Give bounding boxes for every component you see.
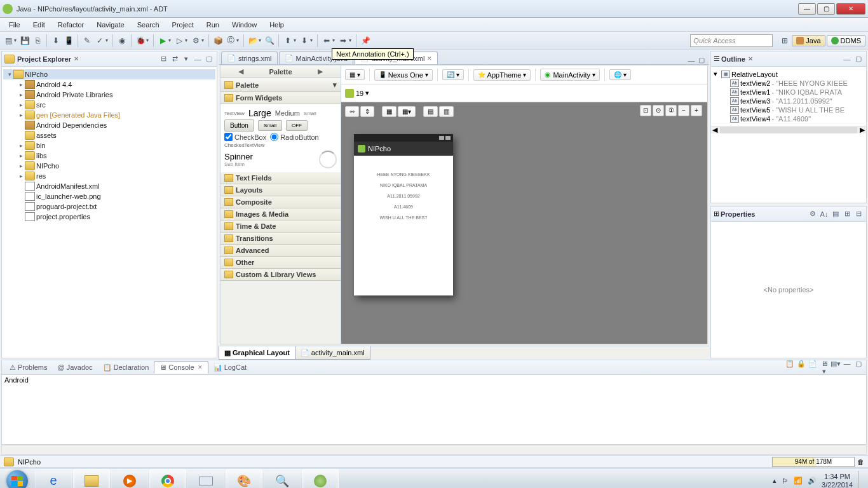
pin-icon[interactable]: 📌 [360, 35, 371, 46]
menu-navigate[interactable]: Navigate [90, 19, 130, 30]
tray-flag-icon[interactable]: 🏳 [782, 477, 789, 485]
tree-item[interactable]: ▸NIPcho [3, 161, 215, 171]
props-sort-icon[interactable]: A↓ [819, 209, 829, 219]
tree-item[interactable]: ic_launcher-web.png [3, 191, 215, 201]
theme-chooser[interactable]: ⭐ AppTheme ▾ [473, 69, 531, 81]
debug-icon[interactable]: 🐞 [135, 35, 146, 46]
outline-item[interactable]: AbtextView1 - "NIKO IQBAL PRATA [714, 88, 864, 97]
taskbar-eclipse[interactable] [302, 469, 339, 489]
bottom-toolbar-icon[interactable]: ▤▾ [831, 360, 841, 376]
clip-icon[interactable]: ▦▾ [398, 106, 416, 117]
zoom-fit-icon[interactable]: ⊡ [640, 105, 651, 116]
phone-preview[interactable]: NIPcho HEEE NYONG KIEEEEKKNIKO IQBAL PRA… [354, 134, 453, 295]
menu-edit[interactable]: Edit [27, 19, 51, 30]
new-project-icon[interactable]: ◉ [116, 35, 128, 46]
editor-ctrl-icon[interactable]: — [686, 57, 696, 64]
start-button[interactable] [0, 468, 34, 489]
palette-section[interactable]: Custom & Library Views [220, 269, 341, 281]
bottom-toolbar-icon[interactable]: 📋 [785, 360, 795, 376]
palette-section[interactable]: Composite [220, 196, 341, 208]
bottom-tab-declaration[interactable]: 📋Declaration [98, 362, 154, 374]
taskbar-ie[interactable]: e [35, 469, 72, 489]
locale-chooser[interactable]: 🌐 ▾ [609, 69, 631, 80]
tree-item[interactable]: ▸Android 4.4 [3, 79, 215, 90]
config-chooser[interactable]: ▦ ▾ [345, 69, 365, 80]
bottom-tab-javadoc[interactable]: @Javadoc [52, 362, 97, 373]
collapse-all-icon[interactable]: ⊟ [158, 54, 168, 64]
palette-fwd-icon[interactable]: ▶ [318, 67, 323, 76]
tree-item[interactable]: AndroidManifest.xml [3, 181, 215, 191]
palette-section[interactable]: Time & Date [220, 220, 341, 233]
back-icon[interactable]: ⬅ [321, 35, 332, 46]
sdk-icon[interactable]: ⬇ [50, 35, 62, 46]
bottom-tab-logcat[interactable]: 📊LogCat [208, 362, 252, 374]
design-canvas[interactable]: ⇿ ⇕ ▦ ▦▾ ▤ ▥ ⊡ ⊙ ① − + [341, 102, 707, 344]
tree-item[interactable]: ▸Android Private Libraries [3, 90, 215, 100]
widget-toggle[interactable]: OFF [286, 120, 308, 131]
search-icon[interactable]: 🔍 [264, 35, 275, 46]
tree-item[interactable]: ▸gen [Generated Java Files] [3, 110, 215, 120]
props-adv-icon[interactable]: ⊞ [842, 209, 852, 219]
taskbar-explorer[interactable] [73, 469, 110, 489]
save-all-icon[interactable]: ⎘ [32, 35, 43, 46]
close-outline-icon[interactable]: ✕ [748, 55, 753, 62]
api-chooser[interactable]: 19 ▾ [345, 89, 369, 98]
tree-item[interactable]: ▸bin [3, 140, 215, 151]
tab-xml-source[interactable]: 📄activity_main.xml [295, 346, 370, 360]
outline-scrollbar[interactable]: ◀▶ [711, 126, 866, 133]
outline-item[interactable]: AbtextView5 - "WISH U ALL THE BE [714, 105, 864, 114]
bottom-tab-console[interactable]: 🖥Console✕ [154, 361, 208, 374]
menu-run[interactable]: Run [200, 19, 226, 30]
tree-item[interactable]: ▸res [3, 171, 215, 181]
save-icon[interactable]: 💾 [19, 35, 31, 46]
editor-ctrl-icon[interactable]: ▢ [696, 56, 707, 64]
bottom-toolbar-icon[interactable]: 📄 [808, 360, 818, 376]
layout-actions2-icon[interactable]: ▥ [439, 106, 454, 117]
palette-section[interactable]: Transitions [220, 233, 341, 245]
widget-radio[interactable]: RadioButton [270, 133, 319, 141]
preview-text[interactable]: A11.2011.05992 [358, 194, 449, 198]
tree-item[interactable]: project.properties [3, 212, 215, 222]
tree-item[interactable]: proguard-project.txt [3, 201, 215, 212]
palette-back-icon[interactable]: ◀ [238, 67, 243, 76]
quick-access-input[interactable]: Quick Access [690, 34, 773, 47]
outline-item[interactable]: AbtextView2 - "HEEE NYONG KIEEE [714, 79, 864, 88]
taskbar-app2[interactable]: 🔍 [264, 469, 301, 489]
widget-progress-icon[interactable] [319, 151, 337, 168]
close-button[interactable]: ✕ [836, 3, 865, 15]
menu-file[interactable]: File [3, 19, 27, 30]
device-chooser[interactable]: 📱 Nexus One ▾ [374, 69, 433, 81]
preview-text[interactable]: HEEE NYONG KIEEEEKK [358, 172, 449, 177]
perspective-ddms[interactable]: DDMS [827, 35, 865, 46]
run-last-icon[interactable]: ▷ [173, 35, 185, 46]
preview-text[interactable]: NIKO IQBAL PRATAMA [358, 183, 449, 187]
tab-graphical-layout[interactable]: ▦Graphical Layout [219, 346, 295, 360]
menu-help[interactable]: Help [263, 19, 290, 30]
activity-chooser[interactable]: ◉ MainActivity ▾ [540, 69, 600, 81]
menu-refactor[interactable]: Refactor [51, 19, 91, 30]
taskbar-chrome[interactable] [149, 469, 186, 489]
palette-section[interactable]: Images & Media [220, 208, 341, 220]
bottom-toolbar-icon[interactable]: 🔒 [796, 360, 806, 376]
taskbar-media[interactable]: ▶ [111, 469, 148, 489]
menu-window[interactable]: Window [226, 19, 263, 30]
new-class-icon[interactable]: Ⓒ [225, 35, 236, 46]
zoom-out-icon[interactable]: − [678, 105, 689, 116]
external-icon[interactable]: ⚙ [190, 35, 201, 46]
perspective-java[interactable]: Java [792, 35, 825, 46]
editor-tab[interactable]: 📄strings.xml [221, 51, 278, 64]
widget-button[interactable]: Button [224, 119, 254, 132]
bottom-tab-problems[interactable]: ⚠Problems [4, 362, 52, 374]
outline-tree[interactable]: ▾▦RelativeLayout AbtextView2 - "HEEE NYO… [711, 67, 866, 126]
tree-item[interactable]: ▸libs [3, 151, 215, 161]
open-perspective-icon[interactable]: ⊞ [779, 35, 790, 46]
outline-max-icon[interactable]: ▢ [853, 54, 864, 64]
heap-status[interactable]: 94M of 178M [772, 457, 855, 467]
props-cat-icon[interactable]: ▤ [831, 209, 841, 219]
outline-min-icon[interactable]: — [842, 54, 852, 64]
tray-volume-icon[interactable]: 🔊 [808, 477, 817, 485]
palette-section[interactable]: Advanced [220, 245, 341, 257]
project-tree[interactable]: ▾NIPcho▸Android 4.4▸Android Private Libr… [2, 67, 217, 358]
lint-icon[interactable]: ✎ [81, 35, 93, 46]
next-annotation-icon[interactable]: ⬇ [299, 35, 310, 46]
